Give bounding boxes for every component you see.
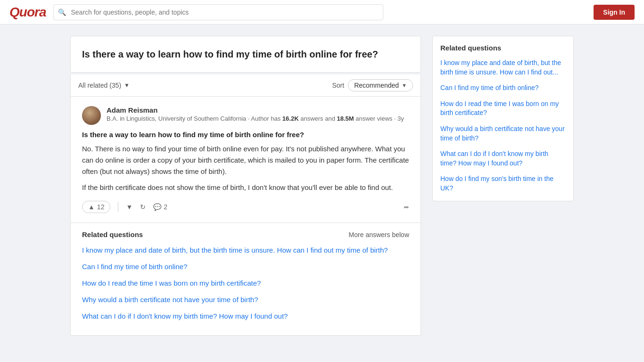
answer-paragraph-1: No. There is no way to find your time of… [82, 143, 409, 177]
share-icon: ➦ [404, 203, 409, 211]
share-button[interactable]: ➦ [404, 203, 409, 211]
author-meta: B.A. in Linguistics, University of South… [107, 114, 404, 123]
left-column: Is there a way to learn how to find my t… [70, 36, 421, 336]
filter-bar: All related (35) ▼ Sort Recommended ▼ [70, 74, 421, 97]
header: Quora 🔍 Sign In [0, 0, 644, 25]
reshare-button[interactable]: ↻ [140, 203, 146, 211]
related-inline-header: Related questions More answers below [82, 230, 409, 239]
sidebar-title: Related questions [440, 44, 566, 52]
downvote-button[interactable]: ▼ [126, 203, 132, 211]
related-link-1[interactable]: I know my place and date of birth, but t… [82, 245, 409, 255]
sidebar-link-2[interactable]: Can I find my time of birth online? [440, 83, 566, 93]
comment-icon: 💬 [153, 203, 161, 211]
sidebar-link-4[interactable]: Why would a birth certificate not have y… [440, 124, 566, 143]
author-meta-middle: answers and [299, 115, 337, 122]
chevron-down-icon: ▼ [402, 82, 407, 88]
related-link-3[interactable]: How do I read the time I was born on my … [82, 278, 409, 288]
related-link-5[interactable]: What can I do if I don't know my birth t… [82, 311, 409, 321]
upvote-icon: ▲ [88, 203, 95, 211]
author-info: Adam Reisman B.A. in Linguistics, Univer… [107, 106, 404, 123]
author-name[interactable]: Adam Reisman [107, 106, 404, 114]
all-related-filter[interactable]: All related (35) ▼ [78, 82, 130, 89]
sidebar-link-6[interactable]: How do I find my son's birth time in the… [440, 174, 566, 193]
author-row: Adam Reisman B.A. in Linguistics, Univer… [82, 106, 409, 125]
sign-in-button[interactable]: Sign In [594, 5, 635, 20]
sidebar-card: Related questions I know my place and da… [432, 36, 574, 201]
chevron-down-icon: ▼ [124, 82, 130, 89]
downvote-icon: ▼ [126, 203, 132, 211]
upvote-count: 12 [97, 203, 105, 211]
sort-dropdown[interactable]: Recommended ▼ [348, 79, 413, 91]
author-views-count: 18.5M [337, 115, 354, 122]
answer-card: Adam Reisman B.A. in Linguistics, Univer… [70, 97, 421, 223]
right-column: Related questions I know my place and da… [432, 36, 574, 201]
related-inline-title: Related questions [82, 230, 143, 239]
quora-logo: Quora [9, 5, 46, 20]
author-meta-suffix: answer views · 3y [354, 115, 404, 122]
question-title: Is there a way to learn how to find my t… [82, 48, 409, 61]
header-right: Sign In [594, 5, 635, 20]
search-bar-container: 🔍 [53, 4, 383, 20]
vote-divider [118, 202, 118, 212]
main-container: Is there a way to learn how to find my t… [63, 25, 581, 347]
more-answers-label: More answers below [349, 231, 409, 239]
avatar [82, 106, 101, 125]
sidebar-link-3[interactable]: How do I read the time I was born on my … [440, 99, 566, 118]
sort-label: Sort [332, 82, 344, 89]
sidebar-link-1[interactable]: I know my place and date of birth, but t… [440, 58, 566, 77]
all-related-label: All related (35) [78, 82, 121, 89]
answer-question-title: Is there a way to learn how to find my t… [82, 131, 409, 139]
answer-paragraph-2: If the birth certificate does not show t… [82, 182, 409, 193]
upvote-button[interactable]: ▲ 12 [82, 201, 110, 213]
related-link-2[interactable]: Can I find my time of birth online? [82, 262, 409, 272]
search-input[interactable] [53, 4, 383, 20]
reshare-icon: ↻ [140, 203, 146, 211]
related-inline-card: Related questions More answers below I k… [70, 223, 421, 336]
comment-button[interactable]: 💬 2 [153, 203, 167, 211]
author-answers-count: 16.2K [282, 115, 299, 122]
author-meta-prefix: B.A. in Linguistics, University of South… [107, 115, 282, 122]
search-icon: 🔍 [58, 8, 66, 16]
sort-value: Recommended [354, 82, 399, 89]
related-link-4[interactable]: Why would a birth certificate not have y… [82, 295, 409, 304]
sort-area: Sort Recommended ▼ [332, 79, 413, 91]
sidebar-link-5[interactable]: What can I do if I don't know my birth t… [440, 149, 566, 168]
answer-actions: ▲ 12 ▼ ↻ 💬 2 ➦ [82, 201, 409, 213]
question-card: Is there a way to learn how to find my t… [70, 36, 421, 73]
comment-count: 2 [164, 203, 167, 211]
